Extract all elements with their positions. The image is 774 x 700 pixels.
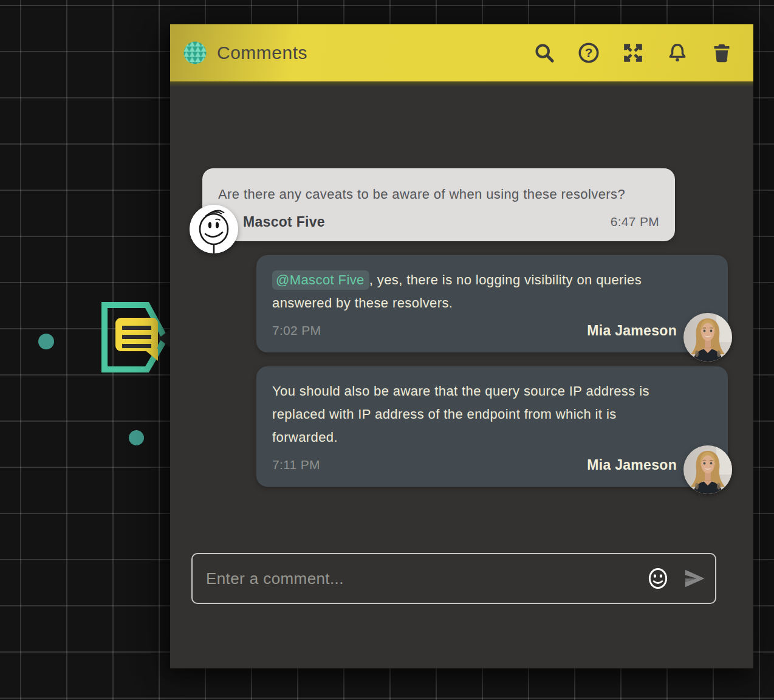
help-icon: ? — [578, 42, 600, 64]
app-logo-icon — [183, 41, 207, 64]
search-button[interactable] — [532, 41, 557, 65]
header-shadow — [170, 81, 753, 87]
bell-icon — [666, 42, 688, 64]
avatar — [683, 313, 732, 362]
smiley-icon — [646, 565, 670, 592]
teal-dot — [38, 334, 54, 349]
comment-bubble: Are there any caveats to be aware of whe… — [202, 168, 675, 241]
comment-author: Mia Jameson — [587, 457, 677, 473]
comment-time: 6:47 PM — [611, 214, 659, 229]
send-button[interactable] — [682, 566, 707, 591]
avatar — [683, 445, 732, 494]
mia-photo — [683, 445, 732, 494]
teal-dot — [129, 430, 144, 445]
send-icon — [682, 567, 707, 590]
comment-annotation-icon — [96, 299, 175, 376]
comment-meta: Mascot Five 6:47 PM — [218, 212, 659, 232]
mascot-face-icon — [190, 205, 238, 253]
expand-icon — [622, 42, 644, 64]
canvas-background: { "header": { "title": "Comments" }, "me… — [0, 0, 774, 700]
delete-button[interactable] — [710, 41, 734, 65]
comment-input[interactable] — [193, 554, 646, 603]
comment-author: Mia Jameson — [587, 323, 677, 339]
header-actions: ? — [532, 41, 734, 65]
svg-text:?: ? — [585, 46, 593, 60]
comment-bubble: @Mascot Five, yes, there is no logging v… — [256, 255, 728, 352]
emoji-button[interactable] — [646, 566, 670, 591]
comment-author: Mascot Five — [243, 214, 325, 230]
help-button[interactable]: ? — [577, 41, 601, 65]
panel-title: Comments — [217, 43, 532, 63]
notifications-button[interactable] — [665, 41, 690, 65]
avatar — [190, 205, 238, 253]
comment-time: 7:02 PM — [272, 323, 321, 338]
mia-photo — [683, 313, 732, 362]
comment-composer — [191, 553, 716, 604]
panel-header: Comments ? — [170, 24, 753, 81]
comments-panel: Comments ? — [170, 24, 753, 668]
mention-link[interactable]: @Mascot Five — [272, 270, 369, 290]
comment-meta: 7:11 PM Mia Jameson — [272, 455, 712, 475]
comment-text: Are there any caveats to be aware of whe… — [218, 183, 659, 206]
comment-text: @Mascot Five, yes, there is no logging v… — [272, 269, 697, 315]
comment-text: You should also be aware that the query … — [272, 380, 697, 449]
comment-meta: 7:02 PM Mia Jameson — [272, 321, 712, 340]
expand-button[interactable] — [621, 41, 645, 65]
comment-bubble: You should also be aware that the query … — [256, 366, 728, 487]
comment-time: 7:11 PM — [272, 458, 320, 472]
comment-annotation-marker[interactable] — [96, 299, 175, 376]
search-icon — [533, 42, 555, 64]
trash-icon — [711, 42, 733, 64]
